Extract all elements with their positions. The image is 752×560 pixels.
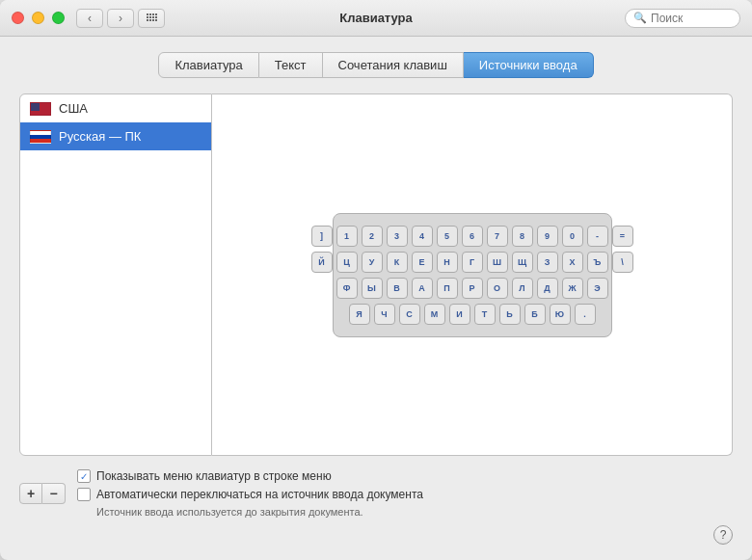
checkboxes-area: ✓ Показывать меню клавиатур в строке мен… bbox=[77, 469, 423, 518]
bottom-controls: + − ✓ Показывать меню клавиатур в строке… bbox=[19, 469, 733, 518]
key-row-1: ] 1 2 3 4 5 6 7 8 9 0 - = bbox=[347, 226, 598, 247]
key-9: 9 bbox=[537, 226, 558, 247]
key-e2: Э bbox=[587, 278, 608, 299]
show-menu-checkbox[interactable]: ✓ bbox=[77, 469, 91, 483]
key-m: М bbox=[424, 304, 445, 325]
key-b: Б bbox=[524, 304, 546, 325]
svg-rect-3 bbox=[155, 13, 157, 15]
tab-keyboard[interactable]: Клавиатура bbox=[158, 52, 258, 78]
key-7: 7 bbox=[487, 226, 508, 247]
key-v: В bbox=[387, 278, 408, 299]
key-backtick: ] bbox=[311, 226, 333, 247]
key-dot: . bbox=[575, 304, 596, 325]
svg-rect-0 bbox=[147, 13, 148, 15]
key-y2: Ы bbox=[362, 278, 383, 299]
traffic-lights bbox=[12, 12, 65, 24]
key-g: Г bbox=[462, 252, 483, 273]
minimize-button[interactable] bbox=[32, 12, 44, 24]
nav-buttons: ‹ › bbox=[76, 9, 134, 28]
key-y: Й bbox=[311, 252, 333, 273]
key-s: С bbox=[399, 304, 420, 325]
note-text: Источник ввода используется до закрытия … bbox=[96, 506, 423, 518]
key-8: 8 bbox=[512, 226, 533, 247]
key-sh: Ш bbox=[487, 252, 508, 273]
forward-button[interactable]: › bbox=[107, 9, 134, 28]
key-d: Д bbox=[537, 278, 558, 299]
input-sources-list: США Русская — ПК bbox=[19, 93, 212, 456]
list-add-remove-buttons: + − bbox=[19, 483, 66, 504]
svg-rect-11 bbox=[155, 19, 157, 21]
titlebar: ‹ › Клавиатура 🔍 bbox=[0, 0, 752, 37]
keyboard-visual: ] 1 2 3 4 5 6 7 8 9 0 - = bbox=[333, 213, 612, 337]
bottom-row-1: + − ✓ Показывать меню клавиатур в строке… bbox=[19, 469, 733, 518]
key-l: Л bbox=[512, 278, 533, 299]
grid-button[interactable] bbox=[138, 9, 165, 28]
key-t: Т bbox=[474, 304, 496, 325]
checkbox-row-1: ✓ Показывать меню клавиатур в строке мен… bbox=[77, 469, 423, 483]
key-u: У bbox=[362, 252, 383, 273]
key-sch: Щ bbox=[512, 252, 533, 273]
key-ts: Ц bbox=[336, 252, 358, 273]
back-button[interactable]: ‹ bbox=[76, 9, 103, 28]
svg-rect-10 bbox=[152, 19, 154, 21]
tab-shortcuts[interactable]: Сочетания клавиш bbox=[323, 52, 464, 78]
key-ch: Ч bbox=[374, 304, 395, 325]
key-row-4: Я Ч С М И Т Ь Б Ю . bbox=[347, 304, 598, 325]
window-title: Клавиатура bbox=[339, 11, 413, 25]
svg-rect-4 bbox=[147, 16, 148, 18]
flag-us bbox=[30, 102, 51, 116]
main-window: ‹ › Клавиатура 🔍 bbox=[0, 0, 752, 560]
key-a: А bbox=[412, 278, 433, 299]
list-item-russian[interactable]: Русская — ПК bbox=[20, 122, 211, 150]
remove-source-button[interactable]: − bbox=[42, 483, 66, 504]
key-row-2: Й Ц У К Е Н Г Ш Щ З Х Ъ \ bbox=[347, 252, 598, 273]
key-6: 6 bbox=[462, 226, 483, 247]
key-n: Н bbox=[437, 252, 458, 273]
svg-rect-9 bbox=[149, 19, 151, 21]
key-4: 4 bbox=[412, 226, 433, 247]
maximize-button[interactable] bbox=[52, 12, 65, 24]
svg-rect-1 bbox=[149, 13, 151, 15]
key-e: Е bbox=[412, 252, 433, 273]
key-o: О bbox=[487, 278, 508, 299]
search-icon: 🔍 bbox=[633, 12, 647, 24]
content-area: Клавиатура Текст Сочетания клавиш Источн… bbox=[0, 37, 752, 560]
key-zh: Ж bbox=[562, 278, 583, 299]
key-kh: Х bbox=[562, 252, 583, 273]
key-mz: Ь bbox=[499, 304, 521, 325]
svg-rect-5 bbox=[149, 16, 151, 18]
key-0: 0 bbox=[562, 226, 583, 247]
key-k: К bbox=[387, 252, 408, 273]
tab-input-sources[interactable]: Источники ввода bbox=[464, 52, 594, 78]
flag-ru bbox=[30, 130, 51, 144]
keyboard-preview-panel: ] 1 2 3 4 5 6 7 8 9 0 - = bbox=[212, 93, 733, 456]
tab-text[interactable]: Текст bbox=[259, 52, 323, 78]
tabs-bar: Клавиатура Текст Сочетания клавиш Источн… bbox=[19, 52, 733, 78]
key-1: 1 bbox=[336, 226, 358, 247]
key-backslash: \ bbox=[612, 252, 633, 273]
key-p: П bbox=[437, 278, 458, 299]
add-source-button[interactable]: + bbox=[19, 483, 42, 504]
svg-rect-8 bbox=[147, 19, 148, 21]
key-minus: - bbox=[587, 226, 608, 247]
key-f: Ф bbox=[336, 278, 358, 299]
key-yu: Ю bbox=[550, 304, 571, 325]
panel-body: США Русская — ПК ] 1 2 3 4 bbox=[19, 93, 733, 456]
key-i: И bbox=[449, 304, 470, 325]
svg-rect-6 bbox=[152, 16, 154, 18]
help-button[interactable]: ? bbox=[713, 525, 733, 545]
checkbox-row-2: Автоматически переключаться на источник … bbox=[77, 488, 423, 501]
key-row-3: Ф Ы В А П Р О Л Д Ж Э bbox=[347, 278, 598, 299]
key-3: 3 bbox=[387, 226, 408, 247]
key-equals: = bbox=[612, 226, 633, 247]
key-tvz: Ъ bbox=[587, 252, 608, 273]
search-input[interactable] bbox=[651, 12, 728, 25]
svg-rect-2 bbox=[152, 13, 154, 15]
key-5: 5 bbox=[437, 226, 458, 247]
search-box[interactable]: 🔍 bbox=[625, 9, 740, 28]
key-z: З bbox=[537, 252, 558, 273]
svg-rect-7 bbox=[155, 16, 157, 18]
auto-switch-checkbox[interactable] bbox=[77, 488, 91, 501]
list-item-usa[interactable]: США bbox=[20, 94, 211, 122]
close-button[interactable] bbox=[12, 12, 24, 24]
